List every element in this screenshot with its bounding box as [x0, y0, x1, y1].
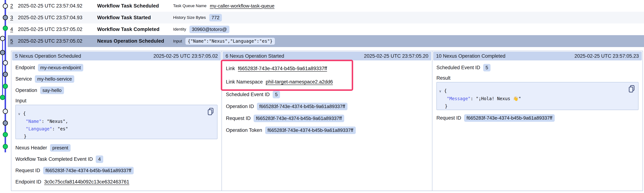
field-value-badge: present [50, 144, 71, 152]
field-value-badge: f665283f-743e-4374-b45b-9a61a89337ff [464, 114, 555, 122]
history-row-4[interactable]: 4 2025-02-25 UTC 23:57:05.02 Workflow Ta… [8, 23, 644, 35]
panel-nexus-operation-completed: 10 Nexus Operation Completed 2025-02-25 … [432, 51, 642, 191]
field-label: Request ID [226, 116, 251, 121]
result-section-label: Result [436, 74, 638, 82]
field-value-badge: 5 [483, 64, 490, 71]
field-endpoint-id: Endpoint ID 3c0c75ccfa8144b092c13ce63246… [16, 176, 218, 188]
history-row-5-selected[interactable]: 5 2025-02-25 UTC 23:57:05.02 Nexus Opera… [8, 35, 644, 47]
panel-body: Link f665283f-743e-4374-b45b-9a61a89337f… [222, 60, 432, 136]
result-json-viewer: ∨{ "Message": "¡Hola! Nexus 👋" } [436, 82, 638, 110]
json-line: "Message": "¡Hola! Nexus 👋" [439, 95, 627, 103]
timeline-node-green[interactable] [3, 132, 8, 137]
endpoint-id-link[interactable]: 3c0c75ccfa8144b092c13ce632463761 [44, 179, 129, 185]
event-name: Workflow Task Completed [97, 26, 170, 32]
panel-title: 5 Nexus Operation Scheduled [15, 53, 81, 59]
panel-nexus-operation-started: 6 Nexus Operation Started 2025-02-25 UTC… [222, 51, 432, 191]
copy-button[interactable] [628, 85, 635, 93]
field-value-badge: f665283f-743e-4374-b45b-9a61a89337ff [254, 115, 344, 122]
timeline-node-green[interactable] [3, 26, 8, 30]
panel-timestamp: 2025-02-25 UTC 23:57:05.23 [574, 53, 639, 59]
field-service: Service my-hello-service [16, 73, 218, 85]
field-label: Request ID [436, 115, 461, 121]
input-section-label: Input [16, 97, 218, 105]
summary-label: History Size Bytes [173, 15, 206, 20]
timeline-node-green[interactable] [3, 144, 8, 149]
summary-value-badge: {"Name":"Nexus","Language":"es"} [186, 38, 275, 45]
field-value-badge: f665283f-743e-4374-b45b-9a61a89337ff [43, 167, 134, 174]
timeline-node-green[interactable] [3, 84, 8, 89]
field-wtc-event-id: Workflow Task Completed Event ID 4 [16, 154, 218, 165]
timeline-node-gray[interactable] [3, 72, 8, 77]
copy-icon [628, 85, 635, 93]
summary-label: Input [173, 39, 182, 44]
field-value-badge: f665283f-743e-4374-b45b-9a61a89337ff [265, 127, 356, 134]
summary-value-badge: 772 [209, 14, 222, 21]
event-summary: Identity 30960@totoro@ [173, 26, 230, 33]
panel-header: 10 Nexus Operation Completed 2025-02-25 … [433, 52, 642, 60]
event-history-table: 2 2025-02-25 UTC 23:57:04.92 Workflow Ta… [8, 0, 644, 47]
panel-nexus-operation-scheduled: 5 Nexus Operation Scheduled 2025-02-25 U… [11, 51, 222, 191]
panel-body: Endpoint my-nexus-endpoint Service my-he… [11, 60, 222, 188]
panel-body: Scheduled Event ID 5 Result ∨{ "Message"… [432, 60, 642, 124]
history-row-3[interactable]: 3 2025-02-25 UTC 23:57:04.93 Workflow Ta… [8, 12, 644, 23]
copy-icon [207, 108, 214, 115]
field-value-badge: f665283f-743e-4374-b45b-9a61a89337ff [257, 103, 348, 110]
event-time: 2025-02-25 UTC 23:57:05.02 [18, 26, 97, 32]
event-summary: Task Queue Name my-caller-workflow-task-… [173, 3, 274, 9]
input-json-viewer: ∨{ "Name": "Nexus", "Language": "es" } [16, 105, 218, 139]
timeline-node-white[interactable] [3, 4, 8, 8]
field-scheduled-event-id: Scheduled Event ID 5 [226, 89, 428, 101]
summary-label: Task Queue Name [173, 3, 206, 8]
event-name: Workflow Task Started [97, 15, 170, 20]
event-details-group: 5 Nexus Operation Scheduled 2025-02-25 U… [11, 51, 643, 191]
field-label: Endpoint ID [16, 179, 41, 185]
history-row-2[interactable]: 2 2025-02-25 UTC 23:57:04.92 Workflow Ta… [8, 0, 644, 12]
timeline-node-gray[interactable] [3, 121, 8, 125]
panel-header: 5 Nexus Operation Scheduled 2025-02-25 U… [12, 52, 221, 60]
field-operation-id: Operation ID f665283f-743e-4374-b45b-9a6… [226, 101, 428, 112]
timeline-node-white[interactable] [3, 61, 8, 65]
event-name: Workflow Task Scheduled [97, 3, 170, 9]
field-label: Link [226, 66, 235, 71]
field-label: Nexus Header [16, 145, 47, 151]
task-queue-link[interactable]: my-caller-workflow-task-queue [210, 3, 274, 9]
json-line: "Name": "Nexus", [18, 118, 206, 125]
field-label: Operation ID [226, 104, 254, 109]
field-label: Scheduled Event ID [226, 92, 270, 97]
field-label: Service [16, 76, 32, 82]
field-label: Workflow Task Completed Event ID [16, 156, 93, 162]
workflow-history-screen: 2 2025-02-25 UTC 23:57:04.92 Workflow Ta… [0, 0, 644, 193]
copy-button[interactable] [207, 108, 214, 115]
field-request-id: Request ID f665283f-743e-4374-b45b-9a61a… [436, 112, 638, 124]
collapse-chevron-icon[interactable]: ∨ [18, 110, 23, 118]
timeline-node-green[interactable] [0, 95, 5, 100]
field-value-badge: 5 [273, 91, 280, 98]
event-summary: Input {"Name":"Nexus","Language":"es"} [173, 38, 275, 45]
field-endpoint: Endpoint my-nexus-endpoint [16, 62, 218, 73]
json-line: ∨{ [439, 87, 627, 95]
operation-link[interactable]: f665283f-743e-4374-b45b-9a61a89337ff [238, 66, 327, 71]
panel-timestamp: 2025-02-25 UTC 23:57:05.02 [154, 53, 218, 59]
event-timeline [0, 0, 12, 193]
json-line: } [439, 103, 627, 110]
timeline-node-gray[interactable] [0, 50, 5, 55]
field-scheduled-event-id: Scheduled Event ID 5 [436, 62, 638, 73]
field-value-badge: 4 [96, 156, 103, 163]
field-nexus-header: Nexus Header present [16, 142, 218, 154]
json-line: "Language": "es" [18, 125, 206, 133]
timeline-node-white[interactable] [0, 36, 5, 41]
link-namespace-link[interactable]: phil-target-namespace2.a2dd6 [266, 79, 333, 85]
panel-title: 10 Nexus Operation Completed [436, 53, 505, 59]
event-time: 2025-02-25 UTC 23:57:04.93 [18, 15, 97, 20]
event-time: 2025-02-25 UTC 23:57:04.92 [18, 3, 97, 9]
json-line: } [18, 133, 206, 140]
timeline-node-white[interactable] [3, 109, 8, 114]
field-label: Operation [16, 88, 37, 93]
summary-value-badge: 30960@totoro@ [190, 26, 230, 33]
field-label: Endpoint [16, 65, 35, 70]
collapse-chevron-icon[interactable]: ∨ [439, 88, 444, 95]
timeline-node-gray[interactable] [3, 15, 8, 20]
event-time: 2025-02-25 UTC 23:57:05.02 [18, 38, 97, 44]
field-label: Scheduled Event ID [436, 65, 480, 70]
field-value-badge: my-nexus-endpoint [38, 64, 83, 71]
